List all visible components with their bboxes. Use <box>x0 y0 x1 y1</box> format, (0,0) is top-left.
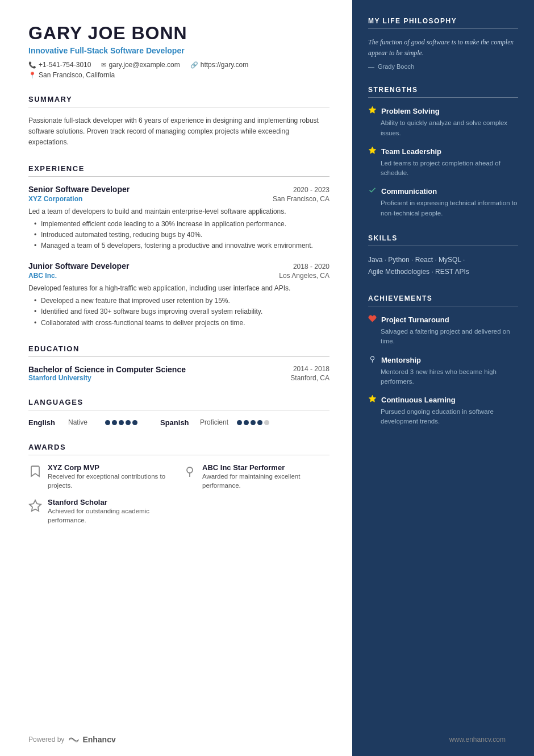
languages-section: LANGUAGES English Native Spanis <box>28 398 329 427</box>
achievement-3-name: Continuous Learning <box>381 396 456 404</box>
strength-3: Communication Proficient in expressing t… <box>368 186 518 218</box>
email-icon: ✉ <box>101 61 106 69</box>
awards-title: AWARDS <box>28 443 329 455</box>
education-title: EDUCATION <box>28 344 329 357</box>
svg-marker-4 <box>369 147 376 153</box>
candidate-title: Innovative Full-Stack Software Developer <box>28 46 329 55</box>
achievement-2-icon <box>368 355 377 365</box>
awards-section: AWARDS XYZ Corp MVP Received for excepti… <box>28 443 329 525</box>
contact-info: 📞 +1-541-754-3010 ✉ gary.joe@example.com… <box>28 61 329 69</box>
achievement-1-desc: Salvaged a faltering project and deliver… <box>368 327 518 347</box>
strength-2-name: Team Leadership <box>381 147 441 156</box>
email-address: gary.joe@example.com <box>109 61 180 69</box>
skills-line-2: Agile Methodologies · REST APIs <box>368 266 518 279</box>
job-2-bullet-1: Developed a new feature that improved us… <box>34 296 329 306</box>
award-3-icon <box>28 499 42 516</box>
lang-english-level: Native <box>68 418 99 426</box>
skills-section: SKILLS Java · Python · React · MySQL · A… <box>368 234 518 279</box>
job-2-bullets: Developed a new feature that improved us… <box>34 296 329 329</box>
email-item: ✉ gary.joe@example.com <box>101 61 180 69</box>
award-2-icon <box>183 464 197 481</box>
location-text: San Francisco, California <box>39 71 115 79</box>
award-1: XYZ Corp MVP Received for exceptional co… <box>28 463 175 490</box>
award-3-desc: Achieved for outstanding academic perfor… <box>48 506 175 525</box>
strength-1-desc: Ability to quickly analyze and solve com… <box>368 118 518 138</box>
award-1-content: XYZ Corp MVP Received for exceptional co… <box>48 463 175 490</box>
job-1: Senior Software Developer 2020 - 2023 XY… <box>28 185 329 252</box>
strength-3-icon <box>368 186 377 197</box>
achievement-3: Continuous Learning Pursued ongoing educ… <box>368 394 518 427</box>
strength-3-header: Communication <box>368 186 518 197</box>
job-1-title: Senior Software Developer <box>28 185 130 194</box>
strength-3-name: Communication <box>381 187 437 196</box>
education-section: EDUCATION Bachelor of Science in Compute… <box>28 344 329 382</box>
strength-2-desc: Led teams to project completion ahead of… <box>368 159 518 178</box>
language-spanish: Spanish Proficient <box>160 418 269 427</box>
achievement-3-desc: Pursued ongoing education in software de… <box>368 407 518 427</box>
strength-2: Team Leadership Led teams to project com… <box>368 146 518 178</box>
award-2-content: ABC Inc Star Performer Awarded for maint… <box>202 463 329 490</box>
achievements-section: ACHIEVEMENTS Project Turnaround Salvaged… <box>368 294 518 427</box>
strength-2-header: Team Leadership <box>368 146 518 157</box>
job-2-company: ABC Inc. <box>28 272 57 280</box>
achievement-1-header: Project Turnaround <box>368 314 518 325</box>
job-2: Junior Software Developer 2018 - 2020 AB… <box>28 261 329 329</box>
enhancv-logo: Enhancv <box>68 734 115 745</box>
experience-section: EXPERIENCE Senior Software Developer 202… <box>28 164 329 329</box>
dot <box>126 420 131 425</box>
award-1-icon <box>28 464 42 481</box>
footer-website: www.enhancv.com <box>449 736 506 743</box>
job-2-location: Los Angeles, CA <box>279 272 329 280</box>
job-1-dates: 2020 - 2023 <box>293 186 329 194</box>
job-2-desc: Developed features for a high-traffic we… <box>28 283 329 293</box>
job-1-company: XYZ Corporation <box>28 195 82 203</box>
job-2-header: Junior Software Developer 2018 - 2020 <box>28 261 329 271</box>
job-1-location: San Francisco, CA <box>273 195 329 203</box>
svg-marker-3 <box>369 107 376 114</box>
candidate-name: GARY JOE BONN <box>28 23 329 44</box>
philosophy-author: Grady Booch <box>368 63 518 70</box>
powered-by: Powered by Enhancv <box>28 734 116 745</box>
awards-grid: XYZ Corp MVP Received for exceptional co… <box>28 463 329 525</box>
job-1-header: Senior Software Developer 2020 - 2023 <box>28 185 329 194</box>
location-icon: 📍 <box>28 72 36 79</box>
edu-degree: Bachelor of Science in Computer Science <box>28 365 186 374</box>
strengths-title: STRENGTHS <box>368 86 518 98</box>
job-1-bullet-2: Introduced automated testing, reducing b… <box>34 230 329 240</box>
job-1-sub: XYZ Corporation San Francisco, CA <box>28 195 329 203</box>
strength-2-icon <box>368 146 377 157</box>
job-2-bullet-2: Identified and fixed 30+ software bugs i… <box>34 306 329 317</box>
right-column: MY LIFE PHILOSOPHY The function of good … <box>352 0 534 756</box>
languages-row: English Native Spanish Proficient <box>28 418 329 427</box>
dot <box>237 420 242 425</box>
location-item: 📍 San Francisco, California <box>28 71 329 79</box>
lang-english-name: English <box>28 418 62 427</box>
edu-school: Stanford University <box>28 374 91 382</box>
powered-by-text: Powered by <box>28 736 64 743</box>
award-3-title: Stanford Scholar <box>48 498 175 506</box>
philosophy-text: The function of good software is to make… <box>368 37 518 59</box>
dot <box>132 420 137 425</box>
achievement-2-header: Mentorship <box>368 355 518 365</box>
resume-wrapper: GARY JOE BONN Innovative Full-Stack Soft… <box>0 0 534 756</box>
achievement-1-name: Project Turnaround <box>381 315 449 324</box>
strength-1-icon <box>368 106 377 117</box>
achievement-2: Mentorship Mentored 3 new hires who beca… <box>368 355 518 387</box>
dot <box>244 420 249 425</box>
skills-line-1: Java · Python · React · MySQL · <box>368 254 518 267</box>
summary-title: SUMMARY <box>28 95 329 107</box>
strengths-section: STRENGTHS Problem Solving Ability to qui… <box>368 86 518 218</box>
phone-item: 📞 +1-541-754-3010 <box>28 61 91 69</box>
lang-english-dots <box>105 420 137 425</box>
achievement-2-name: Mentorship <box>381 356 421 364</box>
achievement-3-header: Continuous Learning <box>368 394 518 405</box>
award-2: ABC Inc Star Performer Awarded for maint… <box>183 463 329 490</box>
award-2-title: ABC Inc Star Performer <box>202 463 329 472</box>
lang-spanish-dots <box>237 420 269 425</box>
dot <box>251 420 256 425</box>
award-2-desc: Awarded for maintaining excellent perfor… <box>202 472 329 490</box>
strength-3-desc: Proficient in expressing technical infor… <box>368 198 518 218</box>
job-2-title: Junior Software Developer <box>28 261 129 271</box>
phone-icon: 📞 <box>28 61 36 69</box>
header: GARY JOE BONN Innovative Full-Stack Soft… <box>28 23 329 79</box>
